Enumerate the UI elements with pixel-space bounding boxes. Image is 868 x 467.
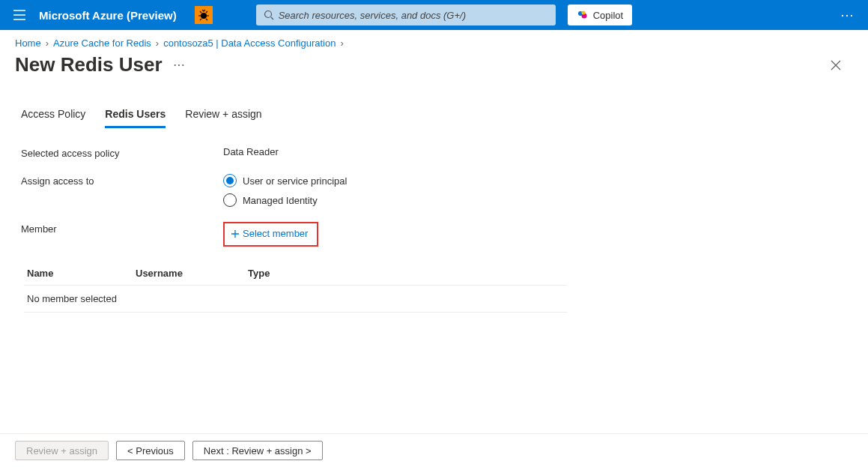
search-wrap <box>256 4 556 25</box>
assign-radio-group: User or service principal Managed Identi… <box>223 174 347 207</box>
topbar-right: ⋯ <box>832 0 862 30</box>
page-title: New Redis User <box>15 53 163 76</box>
breadcrumb-resource[interactable]: contosoza5 | Data Access Configuration <box>163 37 336 49</box>
footer: Review + assign < Previous Next : Review… <box>0 433 868 467</box>
row-selected-policy: Selected access policy Data Reader <box>21 146 847 159</box>
svg-point-0 <box>201 13 207 19</box>
copilot-icon <box>577 9 589 21</box>
preview-bug-icon[interactable] <box>195 6 213 24</box>
copilot-label: Copilot <box>593 10 623 21</box>
radio-managed-identity[interactable]: Managed Identity <box>223 193 347 207</box>
search-box[interactable] <box>256 4 556 25</box>
svg-line-2 <box>271 17 273 19</box>
breadcrumb: Home › Azure Cache for Redis › contosoza… <box>0 30 868 53</box>
select-member-highlight: Select member <box>223 222 318 247</box>
menu-icon[interactable] <box>6 1 33 28</box>
search-input[interactable] <box>279 10 548 21</box>
row-member: Member Select member <box>21 222 847 247</box>
chevron-right-icon: › <box>46 37 49 49</box>
radio-user-principal[interactable]: User or service principal <box>223 174 347 187</box>
close-icon <box>831 60 841 70</box>
tab-review-assign[interactable]: Review + assign <box>185 108 261 128</box>
col-name[interactable]: Name <box>27 268 136 279</box>
members-table: Name Username Type No member selected <box>24 262 567 313</box>
chevron-right-icon: › <box>156 37 159 49</box>
form-area: Selected access policy Data Reader Assig… <box>0 128 868 313</box>
close-button[interactable] <box>831 54 853 76</box>
selected-policy-value: Data Reader <box>223 146 279 157</box>
svg-point-1 <box>264 11 271 18</box>
brand-label[interactable]: Microsoft Azure (Preview) <box>39 9 177 22</box>
select-member-link[interactable]: Select member <box>231 228 308 239</box>
plus-icon <box>231 229 240 238</box>
assign-access-label: Assign access to <box>21 174 223 187</box>
topbar: Microsoft Azure (Preview) Copilot ⋯ <box>0 0 868 30</box>
radio-icon <box>223 174 237 187</box>
tabs: Access Policy Redis Users Review + assig… <box>0 81 868 128</box>
col-username[interactable]: Username <box>136 268 248 279</box>
copilot-button[interactable]: Copilot <box>568 4 632 25</box>
chevron-right-icon: › <box>340 37 343 49</box>
svg-point-5 <box>581 11 585 15</box>
page-header: New Redis User ⋯ <box>0 53 868 81</box>
previous-button[interactable]: < Previous <box>116 441 185 460</box>
radio-managed-label: Managed Identity <box>243 195 318 206</box>
members-empty-row: No member selected <box>24 285 567 313</box>
breadcrumb-cache[interactable]: Azure Cache for Redis <box>53 37 151 49</box>
select-member-text: Select member <box>243 228 308 239</box>
tab-access-policy[interactable]: Access Policy <box>21 108 85 128</box>
search-icon <box>264 10 274 20</box>
next-button[interactable]: Next : Review + assign > <box>192 441 323 460</box>
member-label: Member <box>21 222 223 235</box>
members-header: Name Username Type <box>24 262 567 285</box>
col-type[interactable]: Type <box>248 268 564 279</box>
breadcrumb-home[interactable]: Home <box>15 37 41 49</box>
tab-redis-users[interactable]: Redis Users <box>105 108 166 128</box>
review-assign-button: Review + assign <box>15 441 109 460</box>
row-assign-access: Assign access to User or service princip… <box>21 174 847 207</box>
topbar-more-icon[interactable]: ⋯ <box>832 0 862 30</box>
radio-icon <box>223 193 237 207</box>
selected-policy-label: Selected access policy <box>21 146 223 159</box>
page-title-more-icon[interactable]: ⋯ <box>170 55 188 75</box>
radio-user-label: User or service principal <box>243 175 347 187</box>
